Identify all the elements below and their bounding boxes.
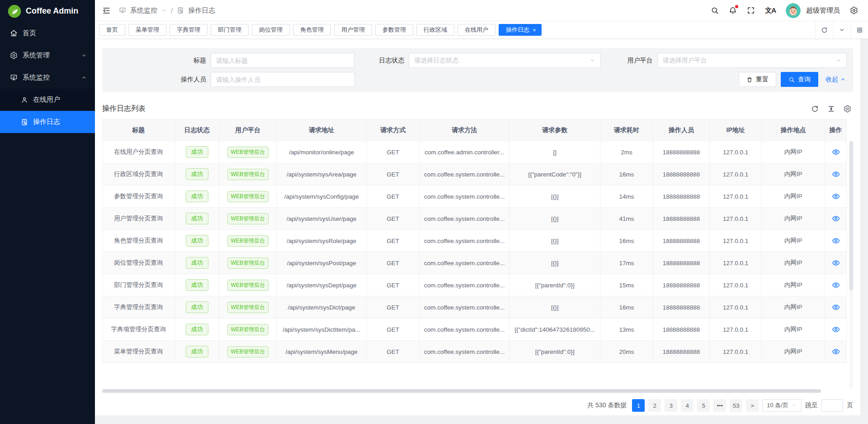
view-detail-button[interactable] (832, 259, 840, 267)
page-size-select[interactable]: 10 条/页 (762, 399, 802, 412)
sidebar-item-system-monitor[interactable]: 系统监控 (0, 67, 95, 89)
cell-ip: 127.0.0.1 (710, 296, 762, 319)
column-settings-button[interactable] (844, 105, 851, 113)
cell-platform: WEB管理后台 (219, 341, 277, 363)
search-button[interactable]: 查询 (781, 72, 818, 87)
view-detail-button[interactable] (832, 170, 840, 178)
next-page-button[interactable]: > (746, 399, 759, 412)
view-detail-button[interactable] (832, 281, 840, 289)
collapse-sidebar-button[interactable] (102, 6, 111, 15)
tab-dept-management[interactable]: 部门管理 (211, 24, 249, 36)
cell-platform: WEB管理后台 (219, 230, 277, 252)
jump-page-input[interactable] (821, 399, 843, 412)
tab-menu-management[interactable]: 菜单管理 (128, 24, 166, 36)
table-row: 行政区域分页查询 成功 WEB管理后台 /api/system/sysArea/… (103, 163, 847, 186)
tab-admin-area[interactable]: 行政区域 (416, 24, 454, 36)
current-user-name[interactable]: 超级管理员 (806, 6, 840, 15)
sidebar-item-home[interactable]: 首页 (0, 22, 95, 44)
status-badge: 成功 (186, 301, 208, 313)
table-row: 菜单管理分页查询 成功 WEB管理后台 /api/system/sysMenu/… (103, 341, 847, 363)
tab-role-management[interactable]: 角色管理 (293, 24, 331, 36)
tab-operation-log[interactable]: 操作日志 × (499, 24, 542, 36)
title-input[interactable] (211, 53, 354, 68)
page-button-4[interactable]: 4 (681, 399, 693, 412)
tab-home[interactable]: 首页 (99, 24, 125, 36)
content-fullscreen-button[interactable] (850, 21, 868, 38)
sidebar-item-system-management[interactable]: 系统管理 (0, 44, 95, 67)
tab-dict-management[interactable]: 字典管理 (170, 24, 208, 36)
cell-title: 参数管理分页查询 (103, 186, 175, 208)
platform-badge: WEB管理后台 (227, 147, 269, 158)
log-icon (177, 7, 184, 14)
fullscreen-button[interactable] (747, 6, 755, 14)
cell-ip: 127.0.0.1 (710, 186, 762, 208)
view-detail-button[interactable] (832, 348, 840, 356)
chevron-down-icon[interactable] (161, 8, 167, 13)
tab-user-management[interactable]: 用户管理 (334, 24, 372, 36)
page-button-3[interactable]: 3 (665, 399, 677, 412)
tab-options-button[interactable] (833, 21, 850, 38)
page-button-53[interactable]: 53 (730, 399, 742, 412)
language-switch-button[interactable]: 文A (765, 6, 776, 15)
global-search-button[interactable] (711, 6, 719, 14)
operator-input[interactable] (211, 72, 355, 87)
view-detail-button[interactable] (832, 148, 840, 156)
avatar[interactable] (786, 3, 801, 18)
tab-param-management[interactable]: 参数管理 (375, 24, 413, 36)
page-button-5[interactable]: 5 (697, 399, 710, 412)
cell-title: 字典管理分页查询 (103, 296, 175, 319)
view-detail-button[interactable] (832, 325, 840, 333)
close-tab-icon[interactable]: × (533, 27, 536, 33)
main-area: 系统监控 / 操作日志 文A 超级管理员 首页 菜单管理 字 (95, 0, 868, 424)
title-label: 标题 (108, 57, 211, 65)
tab-post-management[interactable]: 岗位管理 (252, 24, 290, 36)
cell-ip: 127.0.0.1 (710, 141, 762, 163)
refresh-tab-button[interactable] (815, 21, 833, 38)
page-button-2[interactable]: 2 (648, 399, 661, 412)
tab-online-users[interactable]: 在线用户 (458, 24, 495, 36)
app-logo[interactable]: Coffee Admin (0, 0, 95, 22)
table-vertical-scrollbar[interactable] (849, 141, 853, 388)
cell-platform: WEB管理后台 (219, 186, 277, 208)
view-detail-button[interactable] (832, 237, 840, 245)
table-horizontal-scrollbar[interactable] (102, 389, 821, 393)
view-detail-button[interactable] (832, 214, 840, 223)
breadcrumb-parent[interactable]: 系统监控 (130, 6, 157, 15)
cell-ip: 127.0.0.1 (710, 163, 762, 186)
chevron-up-icon (81, 75, 87, 81)
settings-button[interactable] (850, 6, 858, 14)
scrollbar-thumb[interactable] (849, 141, 853, 291)
cell-title: 角色管理分页查询 (103, 230, 175, 252)
page-background: 标题 日志状态 请选择日志状态 用户平台 (95, 39, 868, 424)
eye-icon (832, 348, 840, 356)
platform-select[interactable]: 请选择用户平台 (657, 53, 847, 68)
page-ellipsis[interactable]: ••• (713, 399, 726, 412)
cell-params: [{}] (509, 186, 600, 208)
sidebar-item-online-users[interactable]: 在线用户 (0, 89, 95, 111)
platform-badge: WEB管理后台 (227, 169, 269, 180)
fullscreen-icon (747, 6, 755, 14)
chevron-down-icon (590, 57, 595, 63)
view-detail-button[interactable] (832, 303, 840, 311)
notification-badge (735, 5, 738, 8)
status-select[interactable]: 请选择日志状态 (409, 53, 600, 68)
view-detail-button[interactable] (832, 192, 840, 200)
status-badge: 成功 (186, 168, 208, 180)
sidebar-item-operation-log[interactable]: 操作日志 (0, 111, 95, 133)
notifications-button[interactable] (729, 6, 737, 14)
reload-table-button[interactable] (811, 105, 819, 113)
cell-function: com.coffee.system.controlle... (420, 274, 509, 296)
cell-action (825, 208, 847, 230)
total-count: 共 530 条数据 (587, 401, 627, 410)
collapse-filter-link[interactable]: 收起 (826, 76, 846, 84)
row-density-button[interactable] (827, 105, 835, 113)
page-button-1[interactable]: 1 (632, 399, 645, 412)
breadcrumb-current: 操作日志 (188, 6, 215, 15)
cell-action (825, 252, 847, 274)
platform-badge: WEB管理后台 (227, 257, 269, 269)
reset-button[interactable]: 重置 (739, 72, 776, 87)
col-operator: 操作人员 (653, 119, 709, 141)
refresh-icon (821, 27, 828, 33)
cell-ip: 127.0.0.1 (710, 319, 762, 341)
cell-action (825, 319, 847, 341)
